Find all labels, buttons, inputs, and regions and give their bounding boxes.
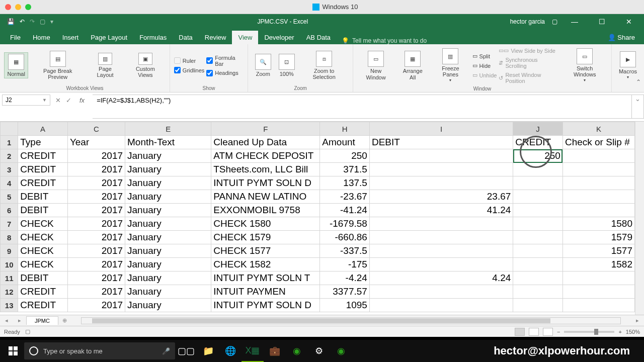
cell-C13[interactable]: 2017: [67, 299, 125, 312]
cell-J1[interactable]: CREDIT: [513, 136, 563, 149]
cell-J13[interactable]: [513, 299, 563, 312]
ribbon-display-icon[interactable]: ▢: [552, 18, 557, 25]
cell-H4[interactable]: 137.5: [320, 176, 370, 190]
cell-J9[interactable]: [513, 244, 563, 258]
cell-F3[interactable]: TSheets.com, LLC Bill: [211, 163, 320, 176]
ribbon-tab-formulas[interactable]: Formulas: [133, 31, 173, 44]
cell-F1[interactable]: Cleaned Up Data: [211, 136, 320, 149]
cell-K4[interactable]: [562, 176, 634, 190]
row-header-11[interactable]: 11: [1, 272, 18, 285]
task-view-icon[interactable]: ▢▢: [175, 340, 197, 362]
close-button[interactable]: ✕: [619, 18, 639, 26]
cell-E6[interactable]: January: [125, 204, 211, 217]
cell-F12[interactable]: INTUIT PAYMEN: [211, 285, 320, 299]
col-header-A[interactable]: A: [18, 122, 68, 136]
cell-I6[interactable]: 41.24: [369, 204, 513, 217]
gridlines-checkbox[interactable]: Gridlines: [174, 66, 204, 74]
cell-H2[interactable]: 250: [320, 149, 370, 163]
freeze-panes-button[interactable]: ▥Freeze Panes▾: [431, 47, 470, 84]
cell-I3[interactable]: [369, 163, 513, 176]
page-break-preview-button[interactable]: ▤Page Break Preview: [30, 50, 85, 81]
ribbon-tab-file[interactable]: File: [4, 31, 27, 44]
cell-K12[interactable]: [562, 285, 634, 299]
mic-icon[interactable]: 🎤: [162, 347, 170, 355]
mac-maximize-button[interactable]: [25, 4, 31, 10]
qat-more-icon[interactable]: ▾: [50, 18, 53, 25]
cell-E3[interactable]: January: [125, 163, 211, 176]
macro-record-icon[interactable]: ▢: [25, 328, 30, 335]
redo-icon[interactable]: ↷: [30, 18, 35, 25]
cell-E13[interactable]: January: [125, 299, 211, 312]
cell-E1[interactable]: Month-Text: [125, 136, 211, 149]
cell-J12[interactable]: [513, 285, 563, 299]
switch-windows-button[interactable]: ▭Switch Windows▾: [562, 47, 607, 84]
cell-F13[interactable]: INTUIT PYMT SOLN D: [211, 299, 320, 312]
cell-E8[interactable]: January: [125, 231, 211, 244]
cell-I13[interactable]: [369, 299, 513, 312]
expand-formula-bar-icon[interactable]: ⌄: [632, 95, 644, 119]
cell-J2[interactable]: 250: [513, 149, 563, 163]
cell-H12[interactable]: 3377.57: [320, 285, 370, 299]
cell-C11[interactable]: 2017: [67, 272, 125, 285]
minimize-button[interactable]: —: [565, 18, 585, 26]
cell-I1[interactable]: DEBIT: [369, 136, 513, 149]
arrange-all-button[interactable]: ▦Arrange All: [396, 50, 429, 81]
cell-C4[interactable]: 2017: [67, 176, 125, 190]
vertical-scrollbar[interactable]: [635, 122, 644, 315]
add-sheet-button[interactable]: ⊕: [58, 317, 71, 324]
settings-icon[interactable]: ⚙: [308, 340, 330, 362]
cell-I9[interactable]: [369, 244, 513, 258]
ruler-checkbox[interactable]: Ruler: [174, 56, 204, 65]
cell-H11[interactable]: -4.24: [320, 272, 370, 285]
chrome-icon[interactable]: 🌐: [219, 340, 242, 362]
zoom-button[interactable]: 🔍Zoom: [252, 53, 274, 78]
cell-K9[interactable]: 1577: [562, 244, 634, 258]
cancel-formula-icon[interactable]: ✕: [55, 97, 61, 104]
page-layout-button[interactable]: ▥Page Layout: [87, 52, 123, 79]
cell-C3[interactable]: 2017: [67, 163, 125, 176]
cell-J8[interactable]: [513, 231, 563, 244]
cell-A9[interactable]: CHECK: [18, 244, 68, 258]
cell-F8[interactable]: CHECK 1579: [211, 231, 320, 244]
row-header-12[interactable]: 12: [1, 285, 18, 299]
cell-I8[interactable]: [369, 231, 513, 244]
cell-F10[interactable]: CHECK 1582: [211, 258, 320, 272]
cell-J7[interactable]: [513, 217, 563, 231]
tab-nav-prev[interactable]: ◂: [0, 317, 13, 324]
ribbon-tab-page-layout[interactable]: Page Layout: [85, 31, 133, 44]
cell-H8[interactable]: -660.86: [320, 231, 370, 244]
app-icon[interactable]: 💼: [264, 340, 286, 362]
row-header-10[interactable]: 10: [1, 258, 18, 272]
cell-K3[interactable]: [562, 163, 634, 176]
zoom-100-button[interactable]: ⊡100%: [276, 53, 297, 78]
cell-A7[interactable]: CHECK: [18, 217, 68, 231]
row-header-7[interactable]: 7: [1, 217, 18, 231]
formula-bar-checkbox[interactable]: Formula Bar: [206, 54, 244, 68]
macros-button[interactable]: ▶Macros▾: [616, 50, 640, 81]
hide-button[interactable]: ▭ Hide: [472, 61, 497, 70]
cell-K5[interactable]: [562, 190, 634, 204]
cell-H1[interactable]: Amount: [320, 136, 370, 149]
page-break-view-icon[interactable]: [543, 328, 553, 336]
cell-C9[interactable]: 2017: [67, 244, 125, 258]
undo-icon[interactable]: ↶: [20, 18, 25, 25]
cell-F11[interactable]: INTUIT PYMT SOLN T: [211, 272, 320, 285]
name-box[interactable]: J2▼: [2, 95, 50, 106]
normal-view-icon[interactable]: [515, 328, 525, 336]
cell-E10[interactable]: January: [125, 258, 211, 272]
cell-F9[interactable]: CHECK 1577: [211, 244, 320, 258]
row-header-1[interactable]: 1: [1, 136, 18, 149]
cell-J11[interactable]: [513, 272, 563, 285]
cell-E12[interactable]: January: [125, 285, 211, 299]
cell-I4[interactable]: [369, 176, 513, 190]
cell-E5[interactable]: January: [125, 190, 211, 204]
row-header-4[interactable]: 4: [1, 176, 18, 190]
cell-A3[interactable]: CREDIT: [18, 163, 68, 176]
cell-H7[interactable]: -1679.58: [320, 217, 370, 231]
ribbon-tab-review[interactable]: Review: [199, 31, 232, 44]
cell-I10[interactable]: [369, 258, 513, 272]
zoom-out-button[interactable]: −: [557, 329, 560, 335]
share-button[interactable]: 👤 Share: [603, 31, 640, 44]
cell-F2[interactable]: ATM CHECK DEPOSIT: [211, 149, 320, 163]
cell-A11[interactable]: DEBIT: [18, 272, 68, 285]
